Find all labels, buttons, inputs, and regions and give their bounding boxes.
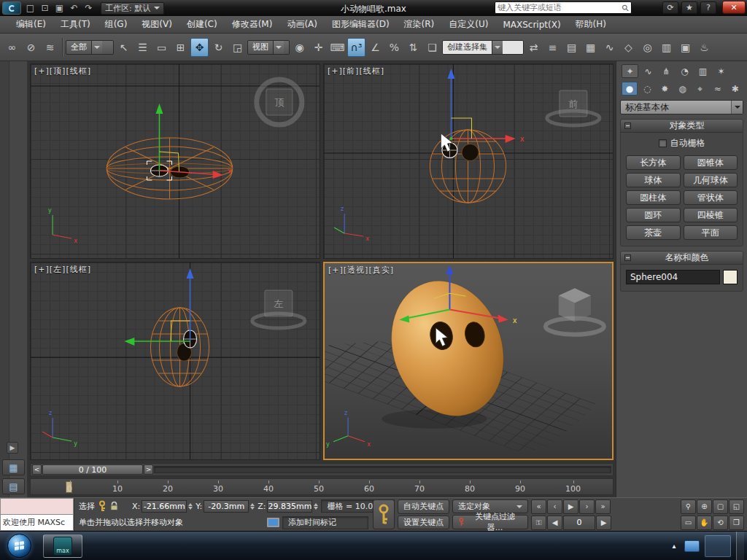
menu-item[interactable]: 自定义(U) [441,16,495,33]
mirror-icon[interactable]: ⇄ [525,38,543,57]
chevron-down-icon[interactable] [273,41,284,54]
go-to-end-button[interactable]: » [595,499,611,514]
bind-to-space-warp-icon[interactable]: ≋ [41,38,59,57]
named-selection-sets-icon[interactable]: ❏ [423,38,441,57]
viewport-left[interactable]: [+][左][线框] [30,262,320,460]
zoom-extents-all-icon[interactable]: ◱ [729,499,744,514]
track-bar[interactable]: 0102030405060708090100 [30,478,614,495]
time-slider-next-button[interactable]: > [144,464,153,475]
menu-item[interactable]: 修改器(M) [225,16,280,33]
primitive-button[interactable]: 圆锥体 [684,155,738,170]
viewport-label[interactable]: [+][前][线框] [328,66,384,77]
top-viewport-canvas[interactable]: x y x 顶 [31,64,320,258]
perspective-viewport-canvas[interactable]: x z x y [325,263,612,459]
next-frame-button[interactable]: › [579,499,595,514]
chevron-down-icon[interactable] [492,41,503,54]
viewport-front[interactable]: [+][前][线框] [323,63,614,259]
menu-item[interactable]: 视图(V) [134,16,179,33]
open-file-icon[interactable]: ⊡ [38,1,52,15]
auto-key-button[interactable]: 自动关键点 [398,499,449,514]
time-slider-prev-button[interactable]: < [32,464,42,475]
primitive-button[interactable]: 平面 [684,225,738,240]
z-coordinate-input[interactable] [267,500,312,513]
zoom-extents-icon[interactable]: ▢ [713,499,728,514]
create-tab[interactable]: ✦ [622,64,638,78]
select-and-manipulate-icon[interactable]: ✛ [309,38,328,57]
viewport-perspective[interactable]: [+][透视][真实] [323,262,614,460]
undo-icon[interactable]: ↶ [67,1,81,15]
expand-toolbar-arrow-icon[interactable]: ▶ [7,442,18,454]
zoom-all-icon[interactable]: ⊕ [697,499,712,514]
next-key-button[interactable]: ▶ [596,516,611,530]
primitive-button[interactable]: 四棱锥 [684,208,738,222]
go-to-start-button[interactable]: « [531,499,546,514]
primitive-button[interactable]: 圆柱体 [626,190,681,205]
use-pivot-center-icon[interactable]: ◉ [290,38,309,57]
align-icon[interactable]: ≡ [543,38,562,57]
chevron-down-icon[interactable] [731,101,743,114]
x-coordinate-input[interactable] [142,500,187,513]
autogrid-checkbox[interactable] [659,139,667,147]
search-icon[interactable]: ⚲ [620,1,632,13]
graphite-ribbon-icon[interactable]: ▦ [581,38,600,57]
menu-item[interactable]: 帮助(H) [568,16,614,33]
space-warps-subtab[interactable]: ≈ [710,82,726,96]
utilities-tab[interactable]: ✶ [713,64,729,78]
menu-item[interactable]: 编辑(E) [9,16,53,33]
helpers-subtab[interactable]: ⌖ [692,82,708,96]
select-and-rotate-icon[interactable]: ↻ [209,38,228,57]
render-setup-icon[interactable]: ▥ [657,38,676,57]
start-button[interactable] [7,534,31,558]
rectangular-selection-icon[interactable]: ▭ [152,38,171,57]
spinner-snap-icon[interactable]: ⇅ [404,38,422,57]
primitive-category-dropdown[interactable]: 标准基本体 [620,100,743,114]
named-selection-set-combo[interactable]: 创建选择集 [442,40,524,55]
window-crossing-icon[interactable]: ⊞ [171,38,190,57]
keyboard-override-icon[interactable]: ⌨ [328,38,347,57]
reference-coordinate-dropdown[interactable]: 视图 [247,40,290,55]
hierarchy-tab[interactable]: ⋔ [658,64,675,78]
menu-item[interactable]: 工具(T) [53,16,98,33]
add-time-tag[interactable]: 添加时间标记 [282,516,368,529]
menu-item[interactable]: 组(G) [98,16,135,33]
motion-tab[interactable]: ◔ [676,64,693,78]
zoom-region-icon[interactable]: ▭ [681,516,696,530]
help-icon[interactable]: ? [700,1,716,14]
select-by-name-icon[interactable]: ☰ [133,38,152,57]
viewport-label[interactable]: [+][左][线框] [34,264,91,275]
zoom-icon[interactable]: ⚲ [681,499,696,514]
show-desktop-button[interactable] [736,532,744,560]
viewport-layout-tab-a[interactable]: ▦ [2,459,25,475]
menu-item[interactable]: 动画(A) [279,16,325,33]
layer-manager-icon[interactable]: ▤ [562,38,581,57]
redo-icon[interactable]: ↷ [82,1,96,15]
play-button[interactable]: ▶ [563,499,578,514]
ime-indicator-icon[interactable] [684,540,700,552]
new-scene-icon[interactable]: □ [23,1,37,15]
orbit-icon[interactable]: ⟲ [713,516,728,530]
render-production-icon[interactable]: ♨ [695,38,713,57]
application-menu-button[interactable] [2,1,21,15]
previous-key-button[interactable]: ◀ [547,516,562,530]
time-slider-track[interactable] [154,466,611,473]
shapes-subtab[interactable]: ◌ [639,82,655,96]
selection-lock-key-icon[interactable] [98,499,107,513]
maximize-viewport-icon[interactable]: ❒ [729,516,744,530]
save-file-icon[interactable]: ▣ [53,1,66,15]
menu-item[interactable]: 创建(C) [179,16,225,33]
menu-item[interactable]: 图形编辑器(D) [325,16,397,33]
dock-handle[interactable] [0,61,9,497]
favorites-icon[interactable]: ★ [681,1,697,14]
primitive-button[interactable]: 茶壶 [626,225,681,240]
primitive-button[interactable]: 圆环 [626,208,681,222]
isolate-selection-icon[interactable] [267,518,279,527]
cameras-subtab[interactable]: ◍ [674,82,690,96]
listener-line[interactable]: 欢迎使用 MAXSc [0,514,74,531]
workspace-dropdown[interactable]: 工作区: 默认 [101,2,164,15]
menu-item[interactable]: 渲染(R) [397,16,442,33]
select-and-link-icon[interactable]: ∞ [3,38,21,57]
current-time-input[interactable] [563,516,595,530]
y-coordinate-input[interactable] [204,500,249,513]
select-and-move-icon[interactable]: ✥ [190,38,209,57]
chevron-down-icon[interactable] [91,41,102,54]
